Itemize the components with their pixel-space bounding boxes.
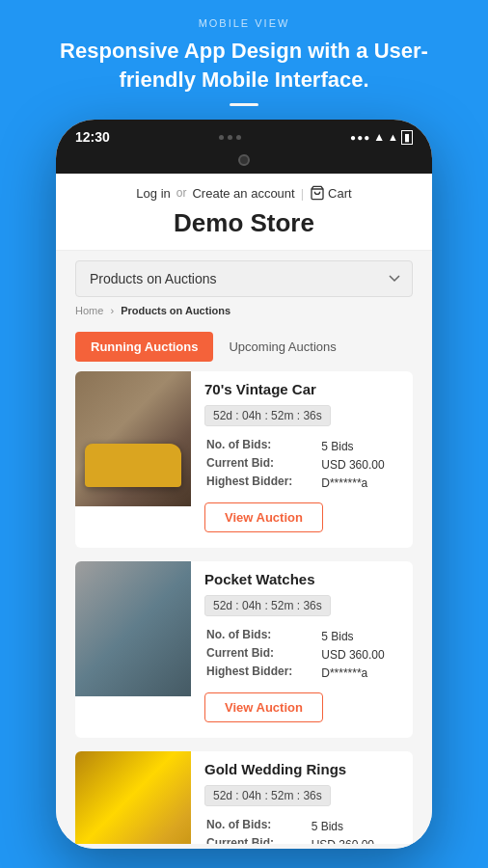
cart-wrap[interactable]: Cart <box>310 185 352 201</box>
current-bid-value-1: USD 360.00 <box>321 646 397 663</box>
divider <box>230 103 258 106</box>
items-container: 70's Vintage Car 52d : 04h : 52m : 36s N… <box>56 371 432 844</box>
status-time: 12:30 <box>75 129 110 145</box>
top-label: MOBILE VIEW <box>199 17 290 29</box>
current-bid-label-1: Current Bid: <box>206 646 319 663</box>
item-details-0: 70's Vintage Car 52d : 04h : 52m : 36s N… <box>191 371 413 548</box>
item-info-0: No. of Bids: 5 Bids Current Bid: USD 360… <box>204 436 399 493</box>
current-bid-label-0: Current Bid: <box>206 456 319 473</box>
highest-bidder-label-1: Highest Bidder: <box>206 665 319 681</box>
cart-label: Cart <box>328 186 352 201</box>
highest-bidder-value-0: D*******a <box>321 475 397 491</box>
status-icons: ●●● ▲ ▲ ▮ <box>350 130 413 145</box>
timer-badge-1: 52d : 04h : 52m : 36s <box>204 595 331 616</box>
item-title-2: Gold Wedding Rings <box>204 761 399 777</box>
item-inner-0: 70's Vintage Car 52d : 04h : 52m : 36s N… <box>75 371 413 548</box>
wifi-icon: ▲ <box>373 130 385 144</box>
headline: Responsive App Design with a User-friend… <box>0 37 488 94</box>
signal-dots: ●●● <box>350 132 370 143</box>
current-bid-label-2: Current Bid: <box>206 836 310 844</box>
auction-item-0: 70's Vintage Car 52d : 04h : 52m : 36s N… <box>75 371 413 548</box>
timer-badge-0: 52d : 04h : 52m : 36s <box>204 405 331 426</box>
item-title-1: Pocket Watches <box>204 571 399 587</box>
tab-upcoming-auctions[interactable]: Upcoming Auctions <box>225 332 339 362</box>
bids-label-1: No. of Bids: <box>206 628 319 644</box>
create-account-link[interactable]: Create an account <box>192 186 294 201</box>
auction-item-1: Pocket Watches 52d : 04h : 52m : 36s No.… <box>75 561 413 738</box>
breadcrumb-sep: › <box>110 305 114 316</box>
item-image-0 <box>75 371 191 506</box>
auction-item-2: Gold Wedding Rings 52d : 04h : 52m : 36s… <box>75 751 413 844</box>
view-auction-btn-0[interactable]: View Auction <box>204 502 323 532</box>
cart-icon <box>310 185 325 201</box>
item-image-1 <box>75 561 191 696</box>
item-info-2: No. of Bids: 5 Bids Current Bid: USD 360… <box>204 816 399 844</box>
phone-frame: 12:30 ●●● ▲ ▲ ▮ Log in or Create an acco… <box>56 120 432 849</box>
item-details-2: Gold Wedding Rings 52d : 04h : 52m : 36s… <box>191 751 413 844</box>
item-info-1: No. of Bids: 5 Bids Current Bid: USD 360… <box>204 626 399 683</box>
timer-badge-2: 52d : 04h : 52m : 36s <box>204 785 331 806</box>
item-image-2 <box>75 751 191 844</box>
tab-running-auctions[interactable]: Running Auctions <box>75 332 213 362</box>
notch-bar <box>56 154 432 174</box>
or-text: or <box>176 186 187 200</box>
status-bar: 12:30 ●●● ▲ ▲ ▮ <box>56 120 432 154</box>
nav-separator: | <box>301 186 304 201</box>
bids-value-0: 5 Bids <box>321 438 397 454</box>
item-details-1: Pocket Watches 52d : 04h : 52m : 36s No.… <box>191 561 413 738</box>
products-dropdown[interactable]: Products on Auctions Upcoming Auctions A… <box>75 260 413 297</box>
notch-dots <box>219 135 241 140</box>
bids-label-0: No. of Bids: <box>206 438 319 454</box>
signal-bars: ▲ <box>388 131 398 143</box>
breadcrumb-current: Products on Auctions <box>121 305 230 316</box>
battery-icon: ▮ <box>401 130 413 145</box>
camera <box>238 154 250 166</box>
phone-content: Log in or Create an account | Cart Demo … <box>56 174 432 849</box>
store-title: Demo Store <box>75 208 413 238</box>
item-inner-1: Pocket Watches 52d : 04h : 52m : 36s No.… <box>75 561 413 738</box>
store-header: Log in or Create an account | Cart Demo … <box>56 174 432 251</box>
item-title-0: 70's Vintage Car <box>204 381 399 397</box>
login-link[interactable]: Log in <box>136 186 170 201</box>
view-auction-btn-1[interactable]: View Auction <box>204 692 323 722</box>
highest-bidder-label-0: Highest Bidder: <box>206 475 319 491</box>
current-bid-value-0: USD 360.00 <box>321 456 397 473</box>
dropdown-wrap: Products on Auctions Upcoming Auctions A… <box>56 251 432 297</box>
bids-value-2: 5 Bids <box>312 818 397 834</box>
current-bid-value-2: USD 360.00 <box>312 836 397 844</box>
bids-value-1: 5 Bids <box>321 628 397 644</box>
nav-row: Log in or Create an account | Cart <box>75 185 413 201</box>
bids-label-2: No. of Bids: <box>206 818 310 834</box>
breadcrumb: Home › Products on Auctions <box>56 297 432 324</box>
tabs-row: Running Auctions Upcoming Auctions <box>56 324 432 371</box>
highest-bidder-value-1: D*******a <box>321 665 397 681</box>
breadcrumb-home[interactable]: Home <box>75 305 103 316</box>
item-inner-2: Gold Wedding Rings 52d : 04h : 52m : 36s… <box>75 751 413 844</box>
